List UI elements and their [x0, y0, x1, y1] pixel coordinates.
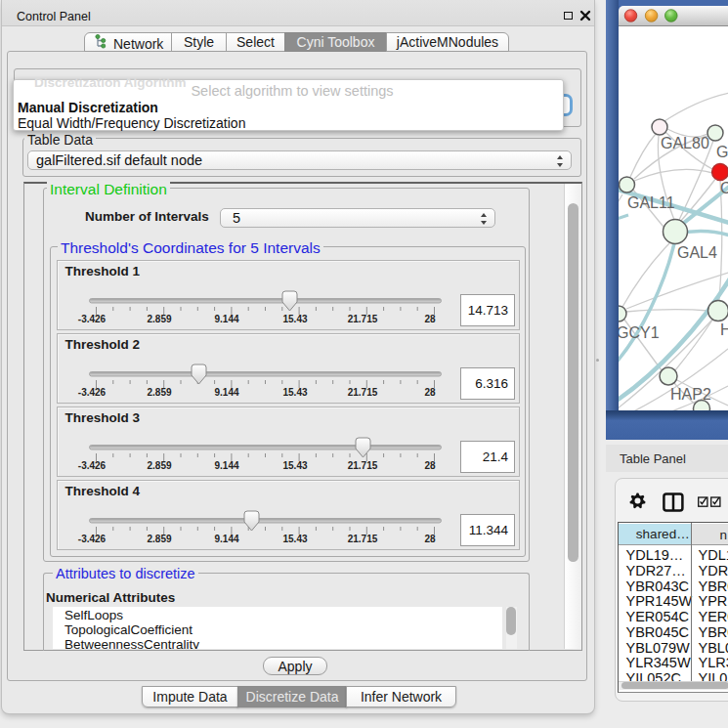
svg-text:GCY1: GCY1 — [619, 324, 660, 341]
svg-text:GAL4: GAL4 — [677, 244, 717, 261]
svg-text:H: H — [720, 321, 728, 338]
svg-text:G.: G. — [716, 144, 728, 160]
svg-text:HAP2: HAP2 — [670, 386, 711, 403]
svg-text:C: C — [720, 180, 728, 196]
svg-text:GAL80: GAL80 — [661, 135, 709, 151]
svg-text:GAL11: GAL11 — [627, 194, 675, 211]
